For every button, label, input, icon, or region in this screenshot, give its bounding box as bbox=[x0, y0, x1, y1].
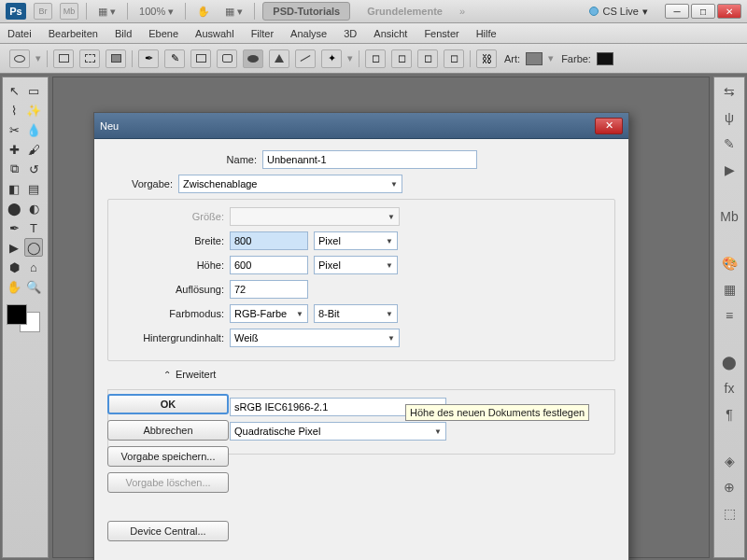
pen-tool-icon[interactable]: ✒ bbox=[5, 218, 23, 237]
resolution-input[interactable] bbox=[230, 280, 308, 299]
panel-icon[interactable]: ▦ bbox=[720, 281, 739, 298]
link-icon[interactable]: ⛓ bbox=[476, 49, 497, 68]
intersect-icon[interactable]: ◻ bbox=[417, 49, 438, 68]
bitdepth-dropdown[interactable]: 8-Bit▼ bbox=[314, 304, 398, 323]
tool-preset-icon[interactable] bbox=[9, 49, 30, 68]
fg-color[interactable] bbox=[7, 304, 27, 325]
panel-icon[interactable]: Mb bbox=[720, 208, 739, 225]
polygon-shape-icon[interactable] bbox=[269, 49, 289, 68]
panel-icon[interactable]: 🎨 bbox=[720, 255, 739, 272]
dialog-titlebar[interactable]: Neu ✕ bbox=[94, 113, 628, 139]
lasso-tool-icon[interactable]: ⌇ bbox=[5, 101, 23, 119]
3d-tool-icon[interactable]: ⬢ bbox=[5, 258, 23, 276]
move-tool-icon[interactable]: ↖ bbox=[5, 81, 23, 100]
save-preset-button[interactable]: Vorgabe speichern... bbox=[107, 446, 229, 467]
minimize-button[interactable]: ─ bbox=[665, 4, 689, 19]
cslive-button[interactable]: CS Live ▾ bbox=[589, 6, 648, 18]
ok-button[interactable]: OK bbox=[107, 394, 229, 414]
zoom-dropdown[interactable]: 100% ▾ bbox=[135, 4, 177, 20]
rrect-shape-icon[interactable] bbox=[217, 49, 237, 68]
menu-datei[interactable]: Datei bbox=[7, 28, 32, 39]
hand-tool[interactable]: ✋ bbox=[5, 277, 23, 296]
shape-tool-icon[interactable]: ◯ bbox=[24, 238, 43, 257]
menu-3d[interactable]: 3D bbox=[344, 28, 357, 39]
menu-bearbeiten[interactable]: Bearbeiten bbox=[49, 28, 98, 39]
ellipse-shape-icon[interactable] bbox=[243, 49, 263, 68]
workspace-more-icon[interactable]: » bbox=[459, 6, 465, 17]
cancel-button[interactable]: Abbrechen bbox=[107, 420, 229, 441]
height-input[interactable] bbox=[230, 256, 308, 274]
panel-icon[interactable]: ψ bbox=[720, 109, 739, 126]
menu-hilfe[interactable]: Hilfe bbox=[476, 28, 497, 39]
heal-tool-icon[interactable]: ✚ bbox=[5, 140, 23, 159]
advanced-toggle[interactable]: ⌃Erweitert bbox=[163, 369, 615, 380]
close-button[interactable]: ✕ bbox=[717, 4, 741, 19]
camera-tool-icon[interactable]: ⌂ bbox=[24, 258, 43, 276]
panel-icon[interactable]: ▶ bbox=[720, 161, 739, 178]
colormode-dropdown[interactable]: RGB-Farbe▼ bbox=[230, 304, 308, 323]
minibridge-button[interactable]: Mb bbox=[60, 3, 78, 20]
menu-filter[interactable]: Filter bbox=[251, 28, 274, 39]
gradient-tool-icon[interactable]: ▤ bbox=[24, 179, 43, 198]
custom-shape-icon[interactable]: ✦ bbox=[321, 49, 342, 68]
device-central-button[interactable]: Device Central... bbox=[107, 521, 229, 541]
panel-icon[interactable]: ⬚ bbox=[720, 505, 739, 522]
height-unit-dropdown[interactable]: Pixel▼ bbox=[314, 256, 398, 274]
menu-ansicht[interactable]: Ansicht bbox=[374, 28, 407, 39]
exclude-icon[interactable]: ◻ bbox=[444, 49, 464, 68]
crop-tool-icon[interactable]: ✂ bbox=[5, 120, 23, 139]
workspace-tab-active[interactable]: PSD-Tutorials bbox=[262, 2, 350, 21]
extras-dropdown[interactable]: ▦ ▾ bbox=[221, 4, 247, 20]
panel-icon[interactable]: ⊕ bbox=[720, 479, 739, 496]
stamp-tool-icon[interactable]: ⧉ bbox=[5, 160, 23, 178]
zoom-tool-icon[interactable]: 🔍 bbox=[24, 277, 43, 296]
freeform-pen-icon[interactable]: ✎ bbox=[164, 49, 185, 68]
path-select-icon[interactable]: ▶ bbox=[5, 238, 23, 257]
eraser-tool-icon[interactable]: ◧ bbox=[5, 179, 23, 198]
eyedropper-tool-icon[interactable]: 💧 bbox=[24, 120, 43, 139]
menu-auswahl[interactable]: Auswahl bbox=[195, 28, 234, 39]
style-swatch[interactable] bbox=[526, 52, 543, 65]
dodge-tool-icon[interactable]: ◐ bbox=[24, 199, 43, 217]
panel-icon[interactable]: ✎ bbox=[720, 135, 739, 152]
menu-bild[interactable]: Bild bbox=[115, 28, 132, 39]
menu-ebene[interactable]: Ebene bbox=[148, 28, 178, 39]
menu-analyse[interactable]: Analyse bbox=[290, 28, 327, 39]
preset-dropdown[interactable]: Zwischenablage▼ bbox=[178, 175, 402, 193]
history-brush-icon[interactable]: ↺ bbox=[24, 160, 43, 178]
type-tool-icon[interactable]: T bbox=[24, 218, 43, 237]
right-panel: ⇆ ψ ✎ ▶ Mb 🎨 ▦ ≡ ⬤ fx ¶ ◈ ⊕ ⬚ bbox=[713, 77, 745, 558]
width-input[interactable] bbox=[230, 231, 308, 250]
fill-pixels-icon[interactable] bbox=[106, 49, 126, 68]
color-swatch[interactable] bbox=[597, 52, 613, 65]
panel-icon[interactable]: fx bbox=[720, 380, 739, 397]
menu-fenster[interactable]: Fenster bbox=[424, 28, 458, 39]
brush-tool-icon[interactable]: 🖌 bbox=[24, 140, 43, 159]
panel-icon[interactable]: ⇆ bbox=[720, 83, 739, 100]
panel-icon[interactable]: ⬤ bbox=[720, 354, 739, 371]
wand-tool-icon[interactable]: ✨ bbox=[24, 101, 43, 119]
combine-icon[interactable]: ◻ bbox=[365, 49, 386, 68]
bridge-button[interactable]: Br bbox=[34, 3, 52, 20]
width-unit-dropdown[interactable]: Pixel▼ bbox=[314, 231, 398, 250]
shape-layer-icon[interactable] bbox=[53, 49, 74, 68]
hand-tool-icon[interactable]: ✋ bbox=[193, 4, 214, 20]
bgcontent-dropdown[interactable]: Weiß▼ bbox=[230, 329, 400, 347]
line-shape-icon[interactable] bbox=[295, 49, 316, 68]
maximize-button[interactable]: □ bbox=[691, 4, 715, 19]
blur-tool-icon[interactable]: ⬤ bbox=[5, 199, 23, 217]
marquee-tool-icon[interactable]: ▭ bbox=[24, 81, 43, 100]
panel-icon[interactable]: ≡ bbox=[720, 307, 739, 324]
color-picker[interactable] bbox=[5, 302, 42, 334]
par-dropdown[interactable]: Quadratische Pixel▼ bbox=[230, 422, 446, 441]
path-icon[interactable] bbox=[79, 49, 100, 68]
panel-icon[interactable]: ¶ bbox=[720, 406, 739, 423]
panel-icon[interactable]: ◈ bbox=[720, 453, 739, 469]
rect-shape-icon[interactable] bbox=[190, 49, 211, 68]
pen-icon[interactable]: ✒ bbox=[138, 49, 159, 68]
subtract-icon[interactable]: ◻ bbox=[391, 49, 412, 68]
dialog-close-button[interactable]: ✕ bbox=[595, 118, 623, 134]
workspace-tab[interactable]: Grundelemente bbox=[358, 3, 452, 20]
name-input[interactable] bbox=[262, 150, 477, 169]
view-layout-dropdown[interactable]: ▦ ▾ bbox=[94, 4, 120, 20]
